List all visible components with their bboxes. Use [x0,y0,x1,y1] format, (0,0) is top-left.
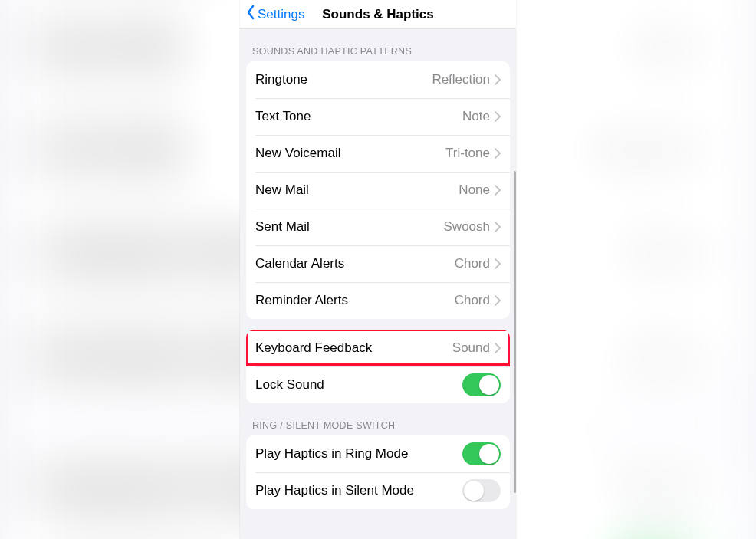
section-header-patterns: SOUNDS AND HAPTIC PATTERNS [246,29,510,61]
row-haptics-silent[interactable]: Play Haptics in Silent Mode [246,472,510,509]
nav-bar: Settings Sounds & Haptics [240,0,516,29]
lock-sound-toggle[interactable] [462,373,501,396]
row-calendar-alerts[interactable]: Calendar Alerts Chord [246,245,510,282]
group-keyboard-lock: Keyboard Feedback Sound Lock Sound [246,330,510,403]
chevron-right-icon [495,74,501,85]
row-text-tone[interactable]: Text Tone Note [246,98,510,135]
section-header-ring-silent: RING / SILENT MODE SWITCH [246,403,510,435]
row-label: Sent Mail [255,219,444,235]
back-button[interactable]: Settings [246,0,304,28]
chevron-right-icon [495,148,501,159]
row-label: Lock Sound [255,377,462,393]
chevron-right-icon [495,185,501,196]
chevron-right-icon [495,295,501,306]
row-haptics-ring[interactable]: Play Haptics in Ring Mode [246,435,510,472]
row-new-mail[interactable]: New Mail None [246,172,510,209]
row-label: Keyboard Feedback [255,340,452,356]
row-label: Text Tone [255,109,462,124]
haptics-silent-toggle[interactable] [462,479,501,502]
row-ringtone[interactable]: Ringtone Reflection [246,61,510,98]
chevron-right-icon [495,111,501,122]
haptics-ring-toggle[interactable] [462,442,501,465]
row-keyboard-feedback[interactable]: Keyboard Feedback Sound [246,330,510,366]
phone-screen: Settings Sounds & Haptics SOUNDS AND HAP… [240,0,516,539]
page-title: Sounds & Haptics [322,7,433,22]
row-value: None [459,182,490,198]
row-sent-mail[interactable]: Sent Mail Swoosh [246,209,510,245]
row-lock-sound[interactable]: Lock Sound [246,366,510,403]
row-value: Sound [452,340,490,356]
row-label: Play Haptics in Silent Mode [255,483,462,498]
row-value: Chord [455,293,490,308]
group-sounds-patterns: Ringtone Reflection Text Tone Note [246,61,510,319]
row-label: New Mail [255,182,459,198]
content-area: SOUNDS AND HAPTIC PATTERNS Ringtone Refl… [240,29,516,539]
chevron-left-icon [246,5,255,24]
chevron-right-icon [495,258,501,269]
row-label: New Voicemail [255,146,445,161]
row-label: Ringtone [255,72,432,87]
row-value: Tri-tone [445,146,490,161]
row-reminder-alerts[interactable]: Reminder Alerts Chord [246,282,510,319]
row-value: Reflection [432,72,490,87]
row-label: Reminder Alerts [255,293,455,308]
back-label: Settings [258,7,304,22]
chevron-right-icon [495,343,501,353]
row-label: Play Haptics in Ring Mode [255,446,462,462]
chevron-right-icon [495,222,501,232]
row-value: Swoosh [444,219,490,235]
row-value: Note [462,109,490,124]
row-new-voicemail[interactable]: New Voicemail Tri-tone [246,135,510,172]
row-value: Chord [455,256,490,271]
row-label: Calendar Alerts [255,256,455,271]
scroll-indicator [514,171,516,493]
group-ring-silent: Play Haptics in Ring Mode Play Haptics i… [246,435,510,509]
